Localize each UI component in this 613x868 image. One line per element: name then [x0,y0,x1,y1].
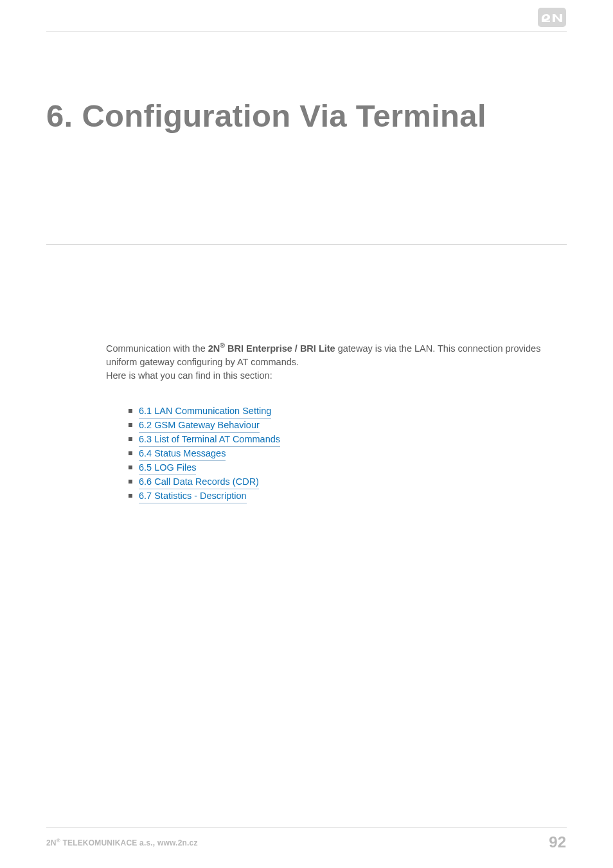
footer-brand: 2N [46,838,57,847]
intro-brand-reg: ® [220,341,225,349]
toc-item: 6.4 Status Messages [129,447,567,461]
toc-link-6-2[interactable]: 6.2 GSM Gateway Behaviour [139,419,260,433]
toc-link-6-5[interactable]: 6.5 LOG Files [139,461,196,475]
bullet-icon [129,466,132,469]
bullet-icon [129,480,132,484]
footer-rule [46,827,567,828]
bullet-icon [129,494,132,498]
toc-link-6-6[interactable]: 6.6 Call Data Records (CDR) [139,475,259,489]
page: 6. Configuration Via Terminal Communicat… [0,0,613,868]
toc-link-6-7[interactable]: 6.7 Statistics - Description [139,489,247,503]
toc-item: 6.6 Call Data Records (CDR) [129,475,567,489]
intro-brand-bold2: BRI Enterprise / BRI Lite [225,343,335,354]
toc-item: 6.5 LOG Files [129,461,567,475]
bullet-icon [129,437,132,441]
page-number: 92 [549,833,566,851]
footer-text: TELEKOMUNIKACE a.s., www.2n.cz [60,838,198,847]
toc-item: 6.3 List of Terminal AT Commands [129,433,567,447]
brand-logo [538,8,566,27]
toc: 6.1 LAN Communication Setting 6.2 GSM Ga… [129,404,567,503]
toc-item: 6.2 GSM Gateway Behaviour [129,419,567,433]
toc-item: 6.7 Statistics - Description [129,489,567,503]
bullet-icon [129,451,132,455]
footer-left: 2N® TELEKOMUNIKACE a.s., www.2n.cz [46,838,198,847]
page-title: 6. Configuration Via Terminal [46,98,567,134]
intro-paragraph: Communication with the 2N® BRI Enterpris… [106,341,567,383]
bullet-icon [129,423,132,427]
toc-link-6-1[interactable]: 6.1 LAN Communication Setting [139,404,271,419]
toc-link-6-4[interactable]: 6.4 Status Messages [139,447,226,461]
intro-prefix: Communication with the [106,343,208,354]
toc-link-6-3[interactable]: 6.3 List of Terminal AT Commands [139,433,280,447]
intro-line2: Here is what you can find in this sectio… [106,370,272,381]
intro-brand-bold1: 2N [208,343,220,354]
title-rule [46,244,567,245]
bullet-icon [129,409,132,413]
toc-item: 6.1 LAN Communication Setting [129,404,567,419]
header-rule [46,32,567,32]
